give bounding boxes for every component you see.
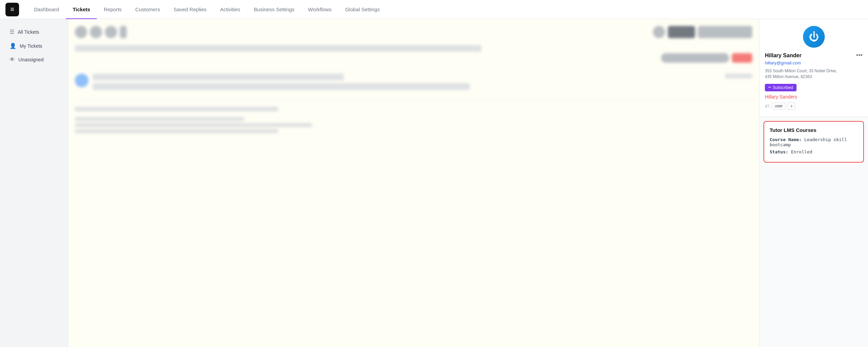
- blurred-ticket-list: [68, 19, 759, 347]
- subscriber-name[interactable]: Hillary Sanders: [765, 94, 863, 100]
- person-icon: 👤: [10, 43, 16, 49]
- customer-avatar: [803, 26, 825, 48]
- nav-items: Dashboard Tickets Reports Customers Save…: [27, 0, 863, 19]
- lms-status-field: Status: Enrolled: [770, 149, 858, 154]
- nav-item-global-settings[interactable]: Global Settings: [338, 0, 387, 19]
- main-layout: ☰ All Tickets 👤 My Tickets 👁 Unassigned: [0, 19, 868, 347]
- sidebar-item-label: All Tickets: [18, 29, 39, 35]
- nav-item-dashboard[interactable]: Dashboard: [27, 0, 66, 19]
- lms-status-label: Status:: [770, 149, 788, 154]
- sidebar-item-unassigned[interactable]: 👁 Unassigned: [3, 53, 65, 66]
- tag-user[interactable]: user: [772, 103, 786, 109]
- customer-panel: Hillary Sander ••• hillary@gmail.com 353…: [759, 19, 868, 347]
- sidebar-item-label: My Tickets: [20, 43, 42, 49]
- top-navigation: ≡ Dashboard Tickets Reports Customers Sa…: [0, 0, 868, 19]
- nav-item-saved-replies[interactable]: Saved Replies: [167, 0, 213, 19]
- lms-course-name-field: Course Name: Leadership skill bootcamp: [770, 137, 858, 147]
- more-options-button[interactable]: •••: [856, 52, 863, 59]
- customer-name-row: Hillary Sander •••: [765, 52, 863, 59]
- logo-icon: ≡: [10, 5, 14, 13]
- eye-icon: 👁: [10, 57, 15, 63]
- nav-item-customers[interactable]: Customers: [128, 0, 167, 19]
- customer-name: Hillary Sander: [765, 52, 802, 59]
- ticket-content-area: [68, 19, 759, 347]
- nav-item-business-settings[interactable]: Business Settings: [247, 0, 301, 19]
- subscribed-icon: ✏: [768, 85, 771, 90]
- nav-item-tickets[interactable]: Tickets: [66, 0, 97, 19]
- subscribed-badge: ✏ Subscribed: [765, 84, 797, 91]
- customer-address: 353 South Milton Court, 33 Nobel Drive,4…: [765, 68, 863, 80]
- nav-item-reports[interactable]: Reports: [97, 0, 129, 19]
- lms-course-name-label: Course Name:: [770, 137, 802, 142]
- lms-card-title: Tutor LMS Courses: [770, 127, 858, 133]
- add-tag-button[interactable]: +: [788, 102, 795, 110]
- sidebar: ☰ All Tickets 👤 My Tickets 👁 Unassigned: [0, 19, 68, 347]
- nav-item-workflows[interactable]: Workflows: [301, 0, 338, 19]
- lms-status-value: Enrolled: [791, 149, 813, 154]
- lms-courses-card: Tutor LMS Courses Course Name: Leadershi…: [763, 121, 864, 163]
- tag-icon: 🏷: [765, 103, 770, 109]
- tags-row: 🏷 user +: [765, 102, 863, 110]
- nav-item-activities[interactable]: Activities: [213, 0, 247, 19]
- customer-email[interactable]: hillary@gmail.com: [765, 60, 863, 65]
- logo[interactable]: ≡: [5, 3, 19, 16]
- sidebar-item-all-tickets[interactable]: ☰ All Tickets: [3, 25, 65, 39]
- subscribed-label: Subscribed: [773, 85, 793, 90]
- sidebar-item-my-tickets[interactable]: 👤 My Tickets: [3, 39, 65, 52]
- customer-header: Hillary Sander ••• hillary@gmail.com 353…: [759, 19, 868, 117]
- list-icon: ☰: [10, 29, 14, 35]
- sidebar-item-label: Unassigned: [18, 57, 44, 62]
